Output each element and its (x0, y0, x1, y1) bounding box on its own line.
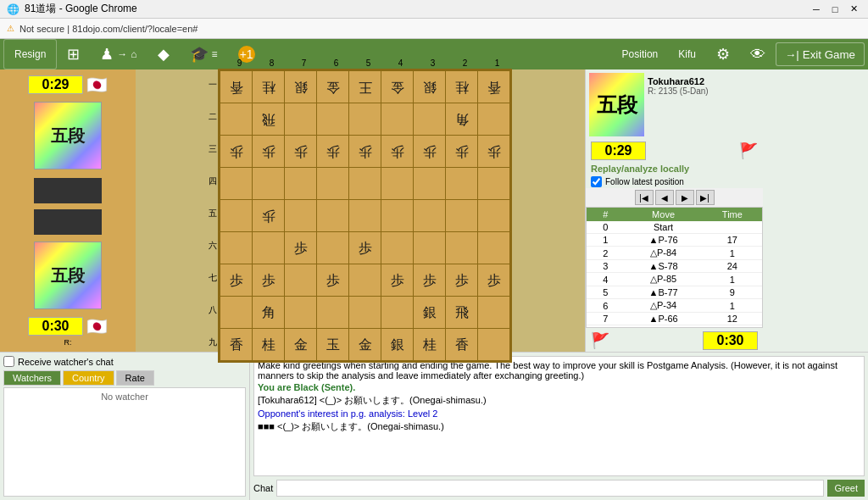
board-cell[interactable] (317, 168, 349, 200)
record-navigation[interactable]: |◀ ◀ ▶ ▶| (586, 188, 763, 207)
board-cell[interactable]: 桂 (253, 329, 285, 361)
board-cell[interactable] (285, 297, 317, 329)
settings-button[interactable]: ⚙ (706, 39, 740, 69)
board-cell[interactable]: 歩 (253, 136, 285, 168)
board-cell[interactable] (381, 297, 414, 329)
board-cell[interactable] (317, 200, 349, 232)
board-cell[interactable] (478, 297, 510, 329)
exit-game-button[interactable]: →| Exit Game (776, 42, 865, 66)
shogi-board[interactable]: 香桂銀金王金銀桂香飛角歩歩歩歩歩歩歩歩歩歩歩歩歩歩歩歩歩歩歩角銀飛香桂金玉金銀桂… (218, 69, 512, 363)
board-cell[interactable]: 歩 (317, 136, 349, 168)
board-cell[interactable] (414, 200, 446, 232)
board-cell[interactable]: 歩 (414, 136, 446, 168)
board-cell[interactable]: 歩 (253, 264, 285, 297)
board-cell[interactable]: 歩 (220, 264, 253, 297)
board-cell[interactable]: 歩 (253, 200, 285, 232)
board-cell[interactable]: 金 (381, 71, 414, 103)
board-cell[interactable] (349, 200, 381, 232)
move-row[interactable]: 4△P-851 (587, 273, 762, 286)
board-cell[interactable] (349, 103, 381, 136)
board-grid[interactable]: 香桂銀金王金銀桂香飛角歩歩歩歩歩歩歩歩歩歩歩歩歩歩歩歩歩歩歩角銀飛香桂金玉金銀桂… (220, 70, 510, 361)
board-cell[interactable] (285, 168, 317, 200)
board-cell[interactable] (220, 168, 253, 200)
board-cell[interactable] (317, 297, 349, 329)
board-cell[interactable]: 香 (220, 71, 253, 103)
board-cell[interactable]: 飛 (253, 103, 285, 136)
board-cell[interactable]: 銀 (381, 329, 414, 361)
replay-label[interactable]: Replay/analyze locally (586, 162, 763, 175)
follow-checkbox[interactable] (591, 176, 602, 187)
nav-prev-button[interactable]: ◀ (655, 190, 674, 205)
board-cell[interactable]: 銀 (285, 71, 317, 103)
board-cell[interactable] (220, 200, 253, 232)
board-cell[interactable] (253, 168, 285, 200)
board-cell[interactable] (220, 103, 253, 136)
board-cell[interactable] (478, 168, 510, 200)
board-cell[interactable] (253, 232, 285, 264)
chat-input[interactable] (276, 480, 824, 497)
board-cell[interactable]: 歩 (317, 264, 349, 297)
board-cell[interactable]: 金 (349, 329, 381, 361)
board-cell[interactable] (349, 297, 381, 329)
board-cell[interactable] (381, 103, 414, 136)
board-cell[interactable]: 歩 (285, 232, 317, 264)
board-cell[interactable]: 銀 (414, 71, 446, 103)
window-controls[interactable]: ─ □ ✕ (809, 2, 861, 17)
board-cell[interactable] (446, 168, 478, 200)
board-cell[interactable] (446, 200, 478, 232)
kifu-button[interactable]: Kifu (668, 39, 706, 69)
receive-watcher-checkbox[interactable] (3, 356, 14, 367)
board-cell[interactable] (285, 103, 317, 136)
board-cell[interactable]: 歩 (381, 264, 414, 297)
board-cell[interactable]: 飛 (446, 297, 478, 329)
board-cell[interactable]: 歩 (478, 136, 510, 168)
board-cell[interactable] (381, 168, 414, 200)
watcher-tabs[interactable]: Watchers Country Rate (3, 370, 246, 386)
watchers-tab[interactable]: Watchers (3, 370, 61, 386)
board-cell[interactable]: 歩 (446, 136, 478, 168)
board-cell[interactable]: 歩 (446, 264, 478, 297)
country-tab[interactable]: Country (63, 370, 114, 386)
eye-button[interactable]: 👁 (740, 39, 776, 69)
move-row[interactable]: 8△S-621 (587, 325, 762, 329)
move-row[interactable]: 3▲S-7824 (587, 260, 762, 273)
board-cell[interactable] (220, 232, 253, 264)
close-button[interactable]: ✕ (846, 2, 861, 17)
board-cell[interactable] (349, 264, 381, 297)
move-record-table-container[interactable]: # Move Time 0Start1▲P-76172△P-8413▲S-782… (586, 207, 763, 328)
board-cell[interactable] (317, 232, 349, 264)
board-cell[interactable]: 銀 (414, 297, 446, 329)
board-cell[interactable] (478, 232, 510, 264)
board-cell[interactable] (414, 232, 446, 264)
board-cell[interactable]: 歩 (349, 136, 381, 168)
board-cell[interactable]: 香 (478, 71, 510, 103)
board-cell[interactable] (381, 200, 414, 232)
board-cell[interactable]: 金 (285, 329, 317, 361)
board-cell[interactable] (381, 232, 414, 264)
position-button[interactable]: Position (612, 39, 669, 69)
board-cell[interactable]: 歩 (414, 264, 446, 297)
board-cell[interactable] (414, 103, 446, 136)
board-cell[interactable]: 桂 (414, 329, 446, 361)
board-cell[interactable]: 歩 (478, 264, 510, 297)
diamond-button[interactable]: ◆ (147, 39, 180, 69)
board-cell[interactable] (285, 200, 317, 232)
board-cell[interactable]: 香 (220, 329, 253, 361)
board-cell[interactable]: 玉 (317, 329, 349, 361)
nav-next-button[interactable]: ▶ (676, 190, 694, 205)
board-cell[interactable] (446, 232, 478, 264)
move-row[interactable]: 6△P-341 (587, 299, 762, 313)
board-cell[interactable] (414, 168, 446, 200)
board-cell[interactable]: 歩 (285, 136, 317, 168)
move-row[interactable]: 2△P-841 (587, 247, 762, 260)
resign-button[interactable]: Resign (3, 39, 57, 69)
board-cell[interactable]: 角 (446, 103, 478, 136)
board-cell[interactable]: 香 (446, 329, 478, 361)
move-row[interactable]: 1▲P-7617 (587, 234, 762, 247)
rate-tab[interactable]: Rate (116, 370, 154, 386)
nav-first-button[interactable]: |◀ (635, 190, 654, 205)
board-cell[interactable]: 王 (349, 71, 381, 103)
board-cell[interactable] (349, 168, 381, 200)
board-cell[interactable] (478, 200, 510, 232)
board-cell[interactable]: 桂 (253, 71, 285, 103)
